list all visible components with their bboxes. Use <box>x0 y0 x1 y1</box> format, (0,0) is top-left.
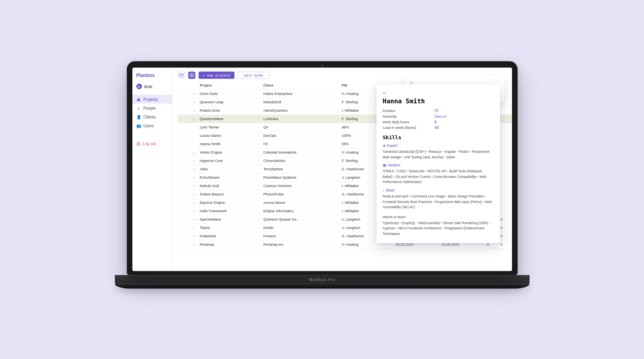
cell-project: Equinox Engine <box>197 198 261 207</box>
laptop-base-edge <box>115 284 530 289</box>
skill-level-medium: ▦Medium <box>383 163 494 167</box>
col-client[interactable]: Client <box>261 81 339 90</box>
cell-project: Laura Adams <box>197 131 261 140</box>
row-type-icon <box>191 131 197 140</box>
sidebar-item-people[interactable]: ☺ People <box>132 104 172 112</box>
expand-arrow-icon <box>178 98 191 106</box>
row-type-icon: ⌂ <box>191 156 197 165</box>
calendar-icon <box>179 73 183 77</box>
users-icon: 👥 <box>136 123 141 128</box>
new-project-button[interactable]: + new project <box>199 72 234 79</box>
sidebar: Planbox A Arek ▣ Projects ☺ People <box>132 68 172 271</box>
field-value: 8 <box>435 120 437 124</box>
cell-n2 <box>498 114 512 123</box>
skill-tag: GraphQL <box>402 221 418 225</box>
expand-arrow-icon <box>178 215 191 223</box>
skill-list-expert: Advanced JavaScript (ES6+)React.jsAngula… <box>383 149 494 160</box>
skills-heading: Skills <box>383 134 494 140</box>
svg-rect-0 <box>179 74 183 77</box>
cell-n2 <box>498 173 512 181</box>
cell-project: QuantumWave <box>197 114 261 123</box>
field-label: Work daily hours <box>383 120 435 124</box>
search-icon: ⌕ <box>383 188 385 192</box>
cell-n2 <box>498 207 512 215</box>
cell-client: PrismWave Systems <box>261 173 339 181</box>
laptop-mockup: Planbox A Arek ▣ Projects ☺ People <box>127 61 518 289</box>
cell-project: Titanic <box>197 223 261 232</box>
cell-project: Nebula Grid <box>197 181 261 190</box>
expand-arrow-icon <box>178 207 191 215</box>
view-toggle-table[interactable] <box>188 72 195 79</box>
edit-mode-button[interactable]: edit mode <box>238 72 269 79</box>
current-user[interactable]: A Arek <box>132 82 172 93</box>
cell-n2: 8 <box>498 223 512 232</box>
skill-level-expert: ◈Expert <box>383 144 494 148</box>
cell-project: Hyperion Core <box>197 156 261 165</box>
diamond-icon: ◈ <box>383 144 386 148</box>
skill-tag: Sass/Less <box>409 169 427 173</box>
cell-n2 <box>498 123 512 131</box>
expand-arrow-icon <box>178 198 191 207</box>
field-label: Position <box>383 109 435 113</box>
skill-tag: Server-Side Rendering (SSR) <box>443 221 490 225</box>
cell-client: Persinaq Inc. <box>261 240 339 249</box>
row-type-icon: ⌂ <box>191 207 197 215</box>
cell-client: Helixa Enterprises <box>261 89 339 98</box>
sidebar-item-label: People <box>144 106 156 110</box>
skill-list-wants: TypeScriptGraphQLWebAssemblyServer-Side … <box>383 220 494 237</box>
sidebar-item-clients[interactable]: 👤 Clients <box>132 112 172 121</box>
row-type-icon: ⌂ <box>191 148 197 156</box>
cell-client: Aurora Nexus <box>261 198 339 207</box>
cell-n2 <box>498 148 512 156</box>
cell-n2 <box>498 131 512 140</box>
row-type-icon: ⌂ <box>191 165 197 173</box>
expand-arrow-icon[interactable]: ↓ <box>178 114 191 123</box>
field-label: Seniority <box>383 114 435 118</box>
row-type-icon: ⌂ <box>191 198 197 207</box>
cell-client: DevOps <box>261 131 339 140</box>
expand-arrow-icon <box>178 140 191 148</box>
sidebar-item-label: Clients <box>144 114 156 119</box>
cell-project: Hanna Smith <box>197 140 261 148</box>
collapse-icon[interactable]: ›› <box>383 90 494 96</box>
cell-project: Quantum Leap <box>197 98 261 106</box>
sidebar-item-users[interactable]: 👥 Users <box>132 121 172 130</box>
logout-button[interactable]: ⏻ Log out <box>132 140 172 148</box>
row-type-icon: ⌂ <box>191 223 197 232</box>
wants-to-learn-heading: Wants to learn <box>383 215 494 219</box>
expand-arrow-icon <box>178 148 191 156</box>
cell-project: Helix Framework <box>197 207 261 215</box>
field-label: Load in week (hours) <box>383 126 435 130</box>
avatar: A <box>136 84 142 89</box>
cell-client: PhotonPulse <box>261 190 339 198</box>
laptop-label: MacBook Pro <box>309 277 335 282</box>
skill-level-basic: ⌕Basic <box>383 188 494 192</box>
col-project[interactable]: Project <box>197 81 261 90</box>
skill-tag: Unit Testing (Jest, Mocha) <box>404 155 446 159</box>
cell-n2: 8 <box>498 240 512 249</box>
expand-arrow-icon <box>178 232 191 240</box>
skill-tag: Advanced JavaScript (ES6+) <box>383 150 429 154</box>
cell-client: Luminara <box>261 114 339 123</box>
expand-arrow-icon <box>178 106 191 114</box>
skill-list-medium: HTML5CSS3Sass/LessRESTful APIBuild Tools… <box>383 169 494 185</box>
row-type-icon <box>191 140 197 148</box>
cell-n2 <box>498 106 512 114</box>
skill-tag: Cypress <box>383 226 398 230</box>
sidebar-item-projects[interactable]: ▣ Projects <box>132 95 172 104</box>
people-icon: ☺ <box>136 106 141 110</box>
expand-arrow-icon <box>178 131 191 140</box>
row-type-icon: ⌂ <box>191 106 197 114</box>
cell-n2: 8 <box>498 215 512 223</box>
view-toggle-calendar[interactable] <box>178 72 185 79</box>
expand-arrow-icon <box>178 123 191 131</box>
cell-project: SpectraWave <box>197 215 261 223</box>
sidebar-item-label: Projects <box>144 97 158 101</box>
cell-client: Celestial Innovations <box>261 148 339 156</box>
row-type-icon: ⌂ <box>191 190 197 198</box>
skill-tag: Angular <box>444 150 459 154</box>
row-type-icon: ⌂ <box>191 89 197 98</box>
cell-project: PulseMed <box>197 232 261 240</box>
cell-client: Kinder <box>261 223 339 232</box>
expand-arrow-icon <box>178 240 191 249</box>
